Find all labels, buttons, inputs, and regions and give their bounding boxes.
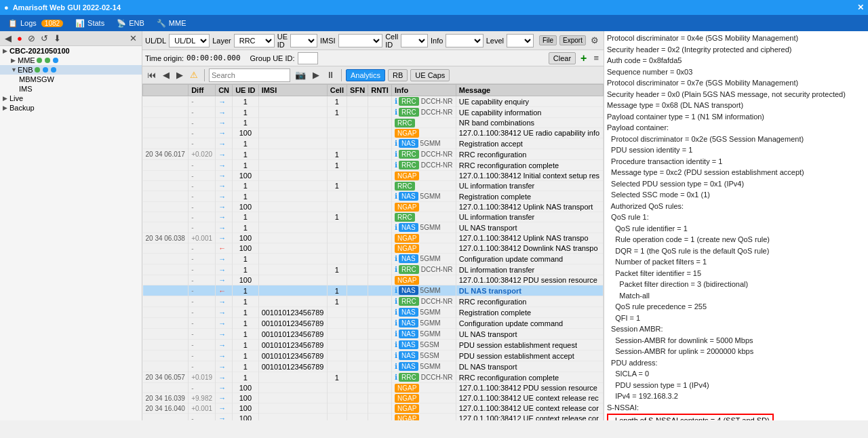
- sidebar-item-backup[interactable]: ▶ Backup: [0, 103, 142, 113]
- sidebar-item-live[interactable]: ▶ Live: [0, 94, 142, 103]
- table-row[interactable]: - → 1 RRC NR band combinations: [143, 118, 604, 128]
- menu-btn[interactable]: ≡: [591, 52, 601, 64]
- table-row[interactable]: - → 1 001010123456789 ℹNAS 5GMM Registra…: [143, 307, 604, 318]
- cell-cell: [327, 171, 347, 181]
- cell-info: ℹRRC DCCH-NR: [391, 160, 456, 171]
- cell-imsi: [258, 403, 327, 414]
- cell-msg: RRC reconfiguration: [456, 149, 603, 160]
- sidebar-item-enb[interactable]: ▼ ENB: [0, 65, 142, 75]
- menu-stats[interactable]: 📊 Stats: [70, 18, 110, 29]
- table-row[interactable]: - → 1 ℹNAS 5GMM UL NAS transport: [143, 222, 604, 233]
- table-row[interactable]: - → 1 001010123456789 ℹNAS 5GSM PDU sess…: [143, 340, 604, 351]
- cell-imsi: [258, 233, 327, 243]
- table-row[interactable]: - → 100 NGAP 127.0.1.100:38412 PDU sessi…: [143, 275, 604, 285]
- table-row[interactable]: - → 1 ℹNAS 5GMM Registration complete: [143, 191, 604, 202]
- pause-btn[interactable]: ⏸: [324, 69, 337, 81]
- cell-info: ℹRRC DCCH-NR: [391, 372, 456, 383]
- nav-first-btn[interactable]: ⏮: [145, 69, 158, 81]
- table-row[interactable]: - → 1 ℹNAS 5GMM Registration accept: [143, 138, 604, 149]
- sidebar-item-mme[interactable]: ▶ MME: [0, 56, 142, 65]
- table-row[interactable]: - → 100 NGAP 127.0.1.100:38412 Initial c…: [143, 171, 604, 181]
- cell-time: [143, 329, 189, 340]
- msg-table-container[interactable]: Diff CN UE ID IMSI Cell SFN RNTI Info Me…: [142, 84, 604, 420]
- table-row[interactable]: - → 100 NGAP 127.0.1.100:38412 PDU sessi…: [143, 383, 604, 393]
- export-btn[interactable]: Export: [559, 35, 586, 45]
- table-row[interactable]: 20 34 06.017 +0.020 → 1 1 ℹRRC DCCH-NR R…: [143, 149, 604, 160]
- cell-msg: 127.0.1.100:38412 Downlink NAS transpo: [456, 243, 603, 254]
- file-tab-btn[interactable]: File: [539, 35, 557, 45]
- table-row[interactable]: - → 1 1 ℹRRC DCCH-NR UE capability infor…: [143, 107, 604, 118]
- rb-btn[interactable]: RB: [388, 69, 408, 81]
- table-row[interactable]: - → 1 1 ℹRRC DCCH-NR RRC reconfiguration: [143, 296, 604, 307]
- cell-cn: →: [216, 403, 233, 414]
- layer-select[interactable]: RRCNASNGAP: [234, 34, 275, 47]
- table-row[interactable]: - → 1 1 ℹRRC DCCH-NR RRC reconfiguration…: [143, 160, 604, 171]
- table-row[interactable]: - → 1 1 RRC UL information transfer: [143, 212, 604, 222]
- table-row[interactable]: - → 1 1 RRC UL information transfer: [143, 181, 604, 191]
- cell-imsi: [258, 160, 327, 171]
- settings-icon[interactable]: ⚙: [589, 35, 601, 46]
- table-row[interactable]: 20 34 16.040 +0.001 → 100 NGAP 127.0.1.1…: [143, 403, 604, 414]
- table-row[interactable]: - → 1 001010123456789 ℹNAS 5GMM Configur…: [143, 318, 604, 329]
- detail-line: Sequence number = 0x03: [607, 66, 865, 78]
- table-row[interactable]: - → 1 001010123456789 ℹNAS 5GMM UL NAS t…: [143, 329, 604, 340]
- table-row[interactable]: - → 1 ℹNAS 5GMM Configuration update com…: [143, 254, 604, 264]
- cell-ueid: 100: [233, 383, 258, 393]
- camera-btn[interactable]: 📷: [293, 69, 308, 81]
- mme-dot2: [45, 58, 50, 63]
- detail-content: Protocol discriminator = 0x4e (5GS Mobil…: [607, 33, 865, 420]
- table-row[interactable]: 20 34 16.039 +9.982 → 100 NGAP 127.0.1.1…: [143, 393, 604, 403]
- table-row[interactable]: - → 1 1 ℹRRC DCCH-NR DL information tran…: [143, 264, 604, 275]
- menu-mme[interactable]: 🔧 MME: [151, 18, 192, 29]
- table-row[interactable]: - ← 1 1 ℹNAS 5GMM DL NAS transport: [143, 285, 604, 296]
- table-row[interactable]: - → 100 NGAP 127.0.1.100:38412 Uplink NA…: [143, 202, 604, 212]
- sidebar-back-btn[interactable]: ◀: [3, 33, 14, 44]
- alert-btn[interactable]: ⚠: [188, 69, 200, 81]
- table-row[interactable]: - → 100 NGAP 127.0.1.100:38412 UE radio …: [143, 128, 604, 138]
- imsi-select[interactable]: [338, 34, 383, 47]
- menu-enb[interactable]: 📡 ENB: [111, 18, 150, 29]
- sidebar-item-mbmsgw[interactable]: MBMSGW: [0, 75, 142, 84]
- table-row[interactable]: 20 34 06.038 +0.001 → 100 NGAP 127.0.1.1…: [143, 233, 604, 243]
- search-input[interactable]: [209, 68, 290, 82]
- ue-caps-btn[interactable]: UE Caps: [410, 69, 450, 81]
- cell-sfn: [347, 181, 368, 191]
- layer-label: Layer: [212, 37, 231, 45]
- nav-next-btn[interactable]: ▶: [174, 69, 185, 81]
- table-row[interactable]: - → 1 1 ℹRRC DCCH-NR UE capability enqui…: [143, 96, 604, 107]
- nav-prev-btn[interactable]: ◀: [161, 69, 172, 81]
- cell-diff: -: [189, 128, 216, 138]
- sidebar-download-btn[interactable]: ⬇: [52, 33, 63, 44]
- tree-arrow-enb: ▼: [11, 66, 18, 73]
- cell-cn: →: [216, 202, 233, 212]
- close-icon[interactable]: ✕: [857, 3, 864, 12]
- detail-line: S-NSSAI:: [607, 402, 865, 414]
- sidebar-record-btn[interactable]: ●: [15, 33, 24, 44]
- cell-id-select[interactable]: [401, 34, 428, 47]
- info-select[interactable]: [446, 34, 483, 47]
- table-row[interactable]: - → 100 NGAP 127.0.1.100:38412 UE contex…: [143, 414, 604, 421]
- sidebar-item-ims[interactable]: IMS: [0, 84, 142, 94]
- add-btn[interactable]: +: [578, 52, 589, 65]
- sidebar-stop-btn[interactable]: ⊘: [26, 33, 37, 44]
- uldl-select[interactable]: UL/DLULDL: [169, 34, 210, 47]
- level-select[interactable]: [507, 34, 534, 47]
- ue-id-select[interactable]: [290, 34, 317, 47]
- cell-info: ℹNAS 5GMM: [391, 318, 456, 329]
- clear-btn[interactable]: Clear: [549, 52, 576, 64]
- table-row[interactable]: - ← 100 NGAP 127.0.1.100:38412 Downlink …: [143, 243, 604, 254]
- table-row[interactable]: 20 34 06.057 +0.019 → 1 1 ℹRRC DCCH-NR R…: [143, 372, 604, 383]
- group-ue-input[interactable]: [298, 52, 318, 64]
- cell-msg: UL NAS transport: [456, 222, 603, 233]
- play-btn[interactable]: ▶: [311, 69, 321, 81]
- table-row[interactable]: - → 1 001010123456789 ℹNAS 5GMM DL NAS t…: [143, 361, 604, 372]
- sidebar-project[interactable]: ▶ CBC-2021050100: [0, 46, 142, 56]
- analytics-btn[interactable]: Analytics: [346, 69, 385, 81]
- cell-imsi: [258, 118, 327, 128]
- group-ue-label: Group UE ID:: [250, 54, 295, 62]
- cell-diff: +0.001: [189, 403, 216, 414]
- sidebar-refresh-btn[interactable]: ↺: [39, 33, 50, 44]
- menu-logs[interactable]: 📋 Logs 1082: [3, 18, 68, 29]
- sidebar-close-btn[interactable]: ✕: [127, 33, 139, 44]
- table-row[interactable]: - → 1 001010123456789 ℹNAS 5GSM PDU sess…: [143, 351, 604, 361]
